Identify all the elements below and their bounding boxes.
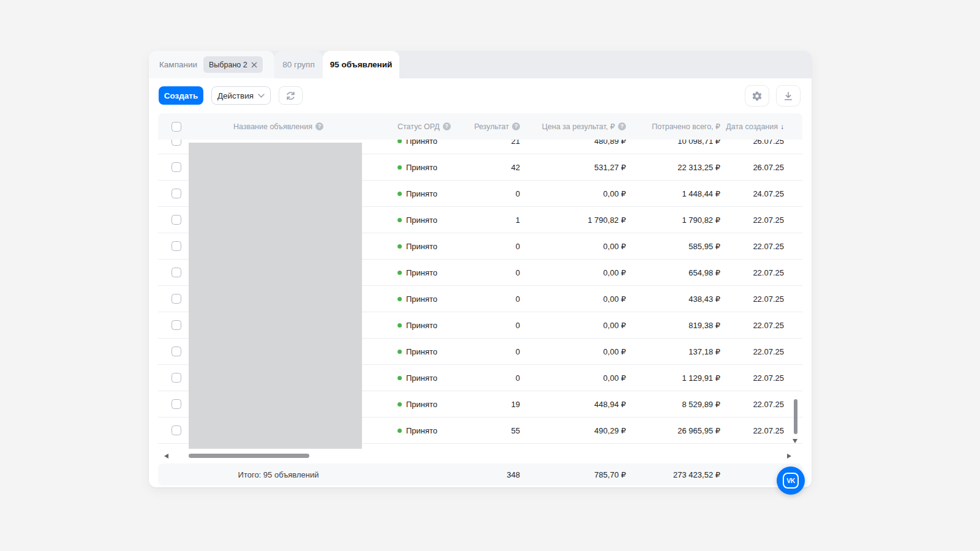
- status-dot-icon: [398, 323, 402, 328]
- status-dot-icon: [398, 244, 402, 249]
- cost-per-result-cell: 480,89 ₽: [520, 140, 626, 154]
- page: Кампании Выбрано 2 80 групп 95 объявлени…: [0, 0, 980, 551]
- row-checkbox[interactable]: [172, 425, 181, 435]
- tab-groups-label: 80 групп: [282, 60, 314, 69]
- spent-total-cell: 22 313,25 ₽: [626, 154, 720, 180]
- ord-status-text: Принято: [406, 163, 437, 172]
- selected-filter-badge[interactable]: Выбрано 2: [203, 56, 263, 73]
- row-checkbox[interactable]: [172, 294, 181, 304]
- column-name[interactable]: Название объявления ?: [195, 113, 362, 140]
- status-dot-icon: [398, 297, 402, 301]
- cost-per-result-cell: 0,00 ₽: [520, 286, 626, 312]
- tab-campaigns[interactable]: Кампании Выбрано 2: [149, 51, 274, 78]
- spent-total-cell: 1 129,91 ₽: [626, 365, 720, 391]
- row-checkbox[interactable]: [172, 373, 181, 383]
- spent-total-cell: 438,43 ₽: [626, 286, 720, 312]
- select-all-checkbox[interactable]: [172, 122, 181, 132]
- cost-per-result-cell: 0,00 ₽: [520, 339, 626, 364]
- column-result[interactable]: Результат ?: [460, 113, 520, 140]
- ord-status-cell: Принято: [362, 181, 460, 206]
- help-icon[interactable]: ?: [618, 122, 626, 130]
- vertical-scrollbar-thumb[interactable]: [794, 399, 797, 434]
- status-dot-icon: [398, 429, 402, 433]
- created-date-cell: 22.07.25: [720, 418, 784, 443]
- row-checkbox[interactable]: [172, 241, 181, 251]
- created-date-cell: 22.07.25: [720, 312, 784, 338]
- tab-groups[interactable]: 80 групп: [274, 51, 323, 78]
- tab-campaigns-label: Кампании: [159, 60, 197, 69]
- totals-label: Итого: 95 объявлений: [195, 463, 362, 485]
- refresh-icon: [285, 91, 296, 101]
- created-date-cell: 22.07.25: [720, 365, 784, 391]
- ord-status-text: Принято: [406, 242, 437, 251]
- scroll-left-icon[interactable]: [164, 454, 168, 459]
- status-dot-icon: [398, 165, 402, 170]
- toolbar: Создать Действия: [149, 78, 812, 113]
- totals-spent: 273 423,52 ₽: [626, 463, 720, 485]
- row-checkbox[interactable]: [172, 162, 181, 172]
- created-date-cell: 22.07.25: [720, 339, 784, 364]
- horizontal-scrollbar[interactable]: [158, 449, 802, 463]
- spent-total-cell: 654,98 ₽: [626, 260, 720, 285]
- selected-filter-label: Выбрано 2: [209, 61, 247, 69]
- ord-status-cell: Принято: [362, 154, 460, 180]
- settings-button[interactable]: [745, 85, 769, 107]
- ord-status-cell: Принято: [362, 391, 460, 417]
- tab-ads-active[interactable]: 95 объявлений: [323, 51, 399, 78]
- column-created-sorted[interactable]: Дата создания ↓: [720, 113, 784, 140]
- ord-status-cell: Принято: [362, 207, 460, 233]
- refresh-button[interactable]: [279, 86, 303, 105]
- created-date-cell: 22.07.25: [720, 207, 784, 233]
- ord-status-cell: Принято: [362, 312, 460, 338]
- row-checkbox[interactable]: [172, 140, 181, 146]
- ads-manager-card: Кампании Выбрано 2 80 групп 95 объявлени…: [149, 51, 812, 487]
- ord-status-cell: Принято: [362, 233, 460, 259]
- tab-bar: Кампании Выбрано 2 80 групп 95 объявлени…: [149, 51, 812, 78]
- status-dot-icon: [398, 218, 402, 222]
- row-checkbox[interactable]: [172, 320, 181, 330]
- create-button[interactable]: Создать: [159, 86, 203, 105]
- status-dot-icon: [398, 271, 402, 275]
- cost-per-result-cell: 0,00 ₽: [520, 260, 626, 285]
- help-icon[interactable]: ?: [315, 122, 323, 130]
- actions-dropdown-button[interactable]: Действия: [211, 86, 271, 105]
- row-checkbox[interactable]: [172, 268, 181, 277]
- ord-status-text: Принято: [406, 373, 437, 383]
- created-date-cell: 22.07.25: [720, 260, 784, 285]
- chevron-down-icon: [258, 94, 265, 98]
- cost-per-result-cell: 531,27 ₽: [520, 154, 626, 180]
- cost-per-result-cell: 448,94 ₽: [520, 391, 626, 417]
- close-icon[interactable]: [251, 62, 257, 68]
- redacted-ad-names-block: [189, 143, 362, 449]
- help-icon[interactable]: ?: [512, 122, 520, 130]
- ord-status-text: Принято: [406, 189, 437, 198]
- scroll-down-icon[interactable]: [793, 439, 797, 443]
- spent-total-cell: 1 790,82 ₽: [626, 207, 720, 233]
- result-cell: 0: [460, 233, 520, 259]
- created-date-cell: 26.07.25: [720, 154, 784, 180]
- column-ord-status[interactable]: Статус ОРД ?: [362, 113, 460, 140]
- totals-cost: 785,70 ₽: [520, 463, 626, 485]
- table-header: Название объявления ? Статус ОРД ? Резул…: [158, 113, 802, 140]
- column-cost-per-result[interactable]: Цена за результат, ₽ ?: [520, 113, 626, 140]
- vk-support-fab[interactable]: VK: [777, 467, 805, 495]
- export-button[interactable]: [776, 85, 801, 107]
- vk-logo-icon: VK: [783, 473, 799, 489]
- help-icon[interactable]: ?: [443, 122, 451, 130]
- spent-total-cell: 8 529,89 ₽: [626, 391, 720, 417]
- row-checkbox[interactable]: [172, 189, 181, 198]
- result-cell: 0: [460, 339, 520, 364]
- result-cell: 19: [460, 391, 520, 417]
- column-spent-total[interactable]: Потрачено всего, ₽: [626, 113, 720, 140]
- row-checkbox[interactable]: [172, 399, 181, 409]
- row-checkbox[interactable]: [172, 347, 181, 356]
- ord-status-cell: Принято: [362, 286, 460, 312]
- scroll-right-icon[interactable]: [787, 454, 791, 459]
- ord-status-text: Принято: [406, 294, 437, 304]
- gear-icon: [752, 91, 763, 102]
- ord-status-cell: Принято: [362, 140, 460, 154]
- status-dot-icon: [398, 376, 402, 380]
- row-checkbox[interactable]: [172, 215, 181, 225]
- horizontal-scrollbar-thumb[interactable]: [189, 454, 309, 458]
- totals-result: 348: [460, 463, 520, 485]
